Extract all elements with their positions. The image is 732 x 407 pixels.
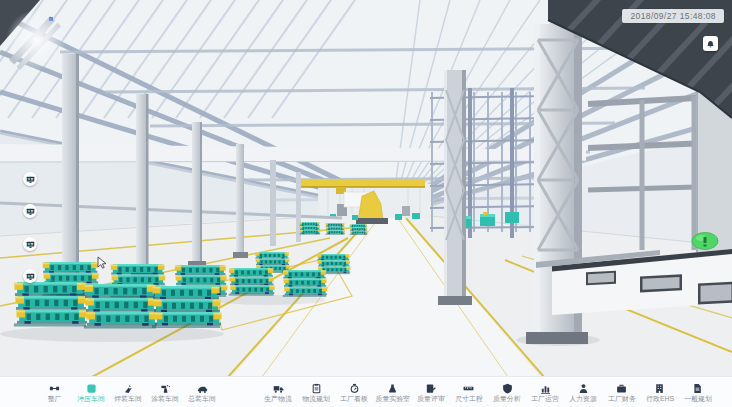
toolbar-item-label: 物流规划 <box>302 395 330 402</box>
document-icon <box>692 382 703 394</box>
side-panel-button-2[interactable] <box>23 204 37 218</box>
dashboard-icon <box>26 235 35 253</box>
toolbar-item-label: 人力资源 <box>570 395 598 402</box>
toolbar-item-label: 总装车间 <box>188 395 216 402</box>
toolbar-item-label: 涂装车间 <box>151 395 179 402</box>
toolbar-item-person[interactable]: 人力资源 <box>565 382 601 403</box>
toolbar-item-label: 质量分析 <box>493 395 521 402</box>
truck-icon <box>273 382 284 394</box>
side-panel-button-1[interactable] <box>23 172 37 186</box>
toolbar-item-clipboard[interactable]: 物流规划 <box>298 382 334 403</box>
timestamp: 2018/09/27 15:48:08 <box>622 9 724 23</box>
scene-graphics <box>0 0 732 377</box>
toolbar-item-building[interactable]: 行政EHS <box>642 382 678 403</box>
toolbar-item-review[interactable]: 质量评审 <box>413 382 449 403</box>
toolbar-item-flask[interactable]: 质量实验室 <box>375 382 411 403</box>
shield-icon <box>502 382 513 394</box>
digital-factory-app: 2018/09/27 15:48:08 整厂冲压车间焊装车间涂装车间总装车间 生… <box>0 0 732 407</box>
toolbar-item-label: 一般规划 <box>684 395 712 402</box>
toolbar-item-shield[interactable]: 质量分析 <box>489 382 525 403</box>
bell-icon <box>706 35 715 53</box>
gauge-icon <box>349 382 360 394</box>
dashboard-icon <box>26 202 35 220</box>
toolbar-item-label: 工厂财务 <box>608 395 636 402</box>
toolbar-item-label: 生产物流 <box>264 395 292 402</box>
flask-icon <box>387 382 398 394</box>
ruler-icon <box>463 382 474 394</box>
toolbar-item-document[interactable]: 一般规划 <box>680 382 716 403</box>
toolbar-item-factory[interactable]: 整厂 <box>36 382 72 403</box>
chart-icon <box>540 382 551 394</box>
toolbar-item-label: 工厂看板 <box>341 395 369 402</box>
side-panel-button-3[interactable] <box>23 237 37 251</box>
side-panel-button-4[interactable] <box>23 269 37 283</box>
toolbar-item-label: 质量评审 <box>417 395 445 402</box>
assembly-icon <box>197 382 208 394</box>
stamping-icon <box>86 382 97 394</box>
left-button-rail <box>23 0 37 407</box>
factory-3d-viewport[interactable] <box>0 0 732 377</box>
welding-icon <box>123 382 134 394</box>
toolbar-item-label: 整厂 <box>47 395 61 402</box>
toolbar-item-briefcase[interactable]: 工厂财务 <box>604 382 640 403</box>
dashboard-icon <box>26 267 35 285</box>
notification-button[interactable] <box>703 36 718 51</box>
factory-icon <box>49 382 60 394</box>
toolbar-item-label: 尺寸工程 <box>455 395 483 402</box>
bottom-toolbar: 整厂冲压车间焊装车间涂装车间总装车间 生产物流物流规划工厂看板质量实验室质量评审… <box>0 376 732 407</box>
briefcase-icon <box>616 382 627 394</box>
review-icon <box>425 382 436 394</box>
painting-icon <box>160 382 171 394</box>
toolbar-item-label: 冲压车间 <box>77 395 105 402</box>
toolbar-item-painting[interactable]: 涂装车间 <box>147 382 183 403</box>
clipboard-icon <box>311 382 322 394</box>
toolbar-item-chart[interactable]: 工厂运营 <box>527 382 563 403</box>
person-icon <box>578 382 589 394</box>
toolbar-group-workshops: 整厂冲压车间焊装车间涂装车间总装车间 <box>36 382 220 403</box>
toolbar-item-label: 焊装车间 <box>114 395 142 402</box>
toolbar-item-label: 质量实验室 <box>375 395 410 402</box>
toolbar-item-gauge[interactable]: 工厂看板 <box>336 382 372 403</box>
toolbar-group-modules: 生产物流物流规划工厂看板质量实验室质量评审尺寸工程质量分析工厂运营人力资源工厂财… <box>260 382 716 403</box>
toolbar-item-label: 工厂运营 <box>531 395 559 402</box>
alert-marker-green <box>692 233 718 250</box>
toolbar-item-ruler[interactable]: 尺寸工程 <box>451 382 487 403</box>
toolbar-item-truck[interactable]: 生产物流 <box>260 382 296 403</box>
building-icon <box>654 382 665 394</box>
toolbar-item-assembly[interactable]: 总装车间 <box>184 382 220 403</box>
toolbar-item-welding[interactable]: 焊装车间 <box>110 382 146 403</box>
toolbar-item-stamping[interactable]: 冲压车间 <box>73 382 109 403</box>
dashboard-icon <box>26 170 35 188</box>
toolbar-item-label: 行政EHS <box>646 395 674 402</box>
